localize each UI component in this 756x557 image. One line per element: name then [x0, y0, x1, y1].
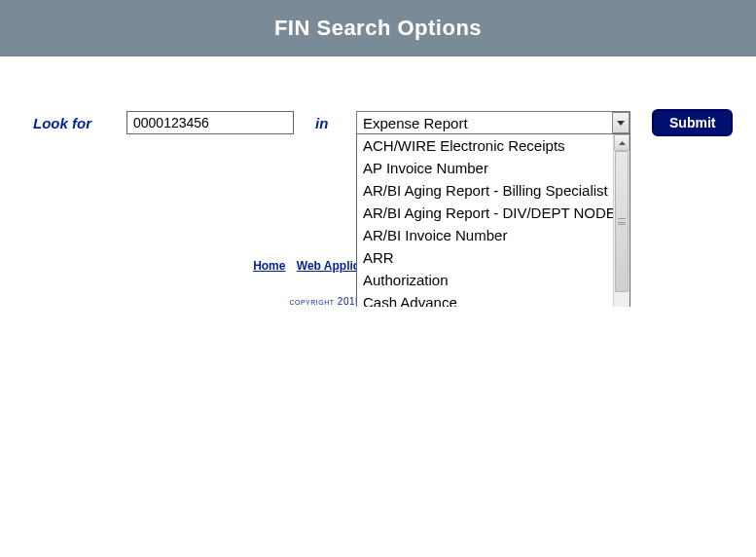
look-for-label: Look for [33, 115, 126, 131]
category-select[interactable]: Expense Report ACH/WIRE Electronic Recei… [356, 111, 630, 134]
dropdown-option[interactable]: AP Invoice Number [357, 158, 613, 180]
dropdown-list[interactable]: ACH/WIRE Electronic ReceiptsAP Invoice N… [357, 134, 613, 307]
page-title: FIN Search Options [274, 16, 482, 41]
dropdown-option[interactable]: ACH/WIRE Electronic Receipts [357, 135, 613, 158]
in-label: in [315, 115, 356, 131]
dropdown-option[interactable]: AR/BI Aging Report - DIV/DEPT NODE [357, 203, 613, 225]
dropdown-option[interactable]: ARR [357, 247, 613, 270]
dropdown-option[interactable]: Authorization [357, 270, 613, 292]
dropdown-option[interactable]: AR/BI Aging Report - Billing Specialist [357, 180, 613, 203]
dropdown-option[interactable]: Cash Advance [357, 292, 613, 307]
scroll-thumb[interactable] [615, 151, 629, 292]
scroll-track[interactable] [614, 151, 630, 307]
svg-marker-0 [617, 121, 625, 126]
scroll-up-icon[interactable] [614, 134, 630, 151]
chevron-down-icon[interactable] [612, 112, 630, 133]
grip-icon [618, 218, 626, 225]
svg-marker-1 [619, 141, 626, 145]
search-row: Look for in Expense Report ACH/WIRE Elec… [0, 109, 756, 136]
select-display[interactable]: Expense Report [356, 111, 630, 134]
banner: FIN Search Options [0, 0, 756, 56]
dropdown-panel: ACH/WIRE Electronic ReceiptsAP Invoice N… [356, 133, 630, 307]
dropdown-option[interactable]: AR/BI Invoice Number [357, 225, 613, 247]
select-value: Expense Report [363, 115, 468, 131]
footer-link[interactable]: Home [253, 259, 285, 273]
submit-button[interactable]: Submit [652, 109, 733, 136]
scrollbar[interactable] [613, 134, 630, 307]
look-for-input[interactable] [126, 111, 294, 134]
